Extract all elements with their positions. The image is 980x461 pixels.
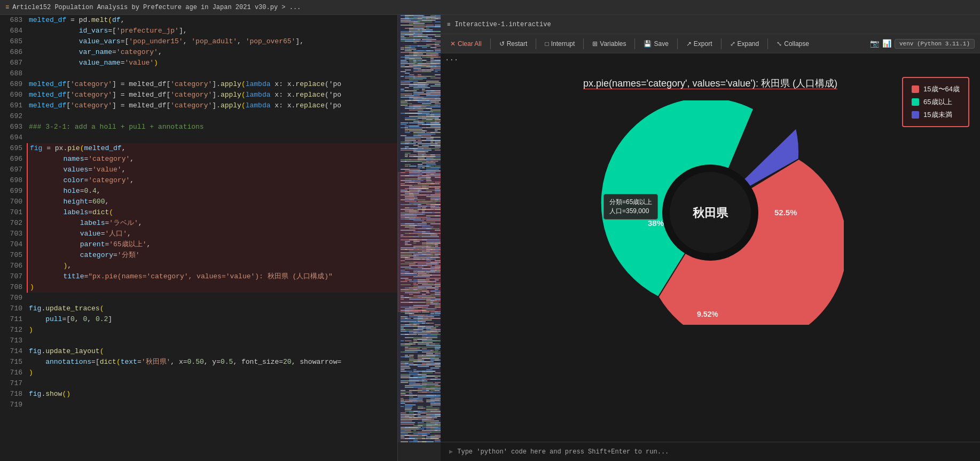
interactive-panel: ≡ Interactive-1.interactive ✕ Clear All …: [441, 15, 980, 461]
collapse-button[interactable]: ⤡ Collapse: [772, 38, 813, 49]
prompt-icon: ▶: [449, 448, 453, 456]
code-line-705: category='分類': [27, 250, 397, 261]
title-bar: ≡ Article152 Population Analysis by Pref…: [0, 0, 980, 15]
code-line-694: [27, 132, 397, 143]
toolbar: ✕ Clear All ↺ Restart □ Interrupt ⊞ Vari…: [441, 34, 980, 53]
clear-all-icon: ✕: [450, 40, 456, 48]
code-line-711: pull=[0, 0, 0.2]: [27, 314, 397, 325]
collapse-icon: ⤡: [777, 40, 782, 48]
separator-6: [721, 38, 722, 49]
chart-container: 52.5% 38% 9.52% 秋田県 分類=65歳以上 人口=359,000: [577, 100, 844, 325]
restart-icon: ↺: [499, 40, 505, 48]
center-text: 秋田県: [692, 206, 728, 220]
code-editor: 6836846856866876886896906916926936946956…: [0, 15, 398, 461]
legend-label-teal: 65歳以上: [923, 97, 952, 107]
main-container: 6836846856866876886896906916926936946956…: [0, 15, 980, 461]
toolbar-right: 📷 📊 venv (Python 3.11.1): [870, 39, 975, 49]
separator-7: [767, 38, 768, 49]
export-icon: ↗: [686, 40, 692, 48]
code-line-693: ### 3-2-1: add a holl + pull + annotatio…: [27, 122, 397, 132]
panel-title: Interactive-1.interactive: [455, 21, 551, 28]
code-line-698: color='category',: [27, 175, 397, 186]
save-icon: 💾: [644, 40, 652, 48]
code-line-690: melted_df['category'] = melted_df['categ…: [27, 90, 397, 100]
legend-label-blue: 15歳未満: [923, 110, 952, 120]
interrupt-button[interactable]: □ Interrupt: [540, 38, 579, 49]
code-line-703: value='人口',: [27, 229, 397, 239]
variables-button[interactable]: ⊞ Variables: [588, 38, 630, 49]
legend-item-teal: 65歳以上: [912, 97, 960, 107]
code-line-712: ): [27, 325, 397, 335]
code-line-688: [27, 68, 397, 79]
chart-legend: 15歳〜64歳 65歳以上 15歳未満: [902, 77, 969, 127]
code-line-696: names='category',: [27, 154, 397, 165]
restart-button[interactable]: ↺ Restart: [495, 38, 532, 49]
chart-area: px.pie(names='category', values='value')…: [441, 66, 980, 442]
separator-1: [490, 38, 491, 49]
code-line-715: annotations=[dict(text='秋田県', x=0.50, y=…: [27, 357, 397, 368]
code-line-707: title="px.pie(names='category', values='…: [27, 271, 397, 282]
panel-header: ≡ Interactive-1.interactive: [441, 15, 980, 34]
code-line-710: fig.update_traces(: [27, 303, 397, 314]
panel-icon: ≡: [447, 21, 451, 28]
separator-2: [536, 38, 536, 49]
separator-5: [677, 38, 678, 49]
camera-icon: 📷: [870, 39, 879, 48]
expand-icon: ⤢: [730, 40, 735, 48]
legend-item-red: 15歳〜64歳: [912, 84, 960, 94]
chart-icon: 📊: [882, 39, 891, 48]
dots-menu[interactable]: ···: [441, 53, 980, 66]
code-line-719: [27, 400, 397, 410]
code-content[interactable]: melted_df = pd.melt(df, id_vars=['prefec…: [27, 15, 397, 461]
code-line-692: [27, 111, 397, 122]
separator-3: [583, 38, 584, 49]
label-red: 52.5%: [774, 208, 797, 217]
save-button[interactable]: 💾 Save: [639, 38, 672, 49]
separator-4: [634, 38, 635, 49]
variables-icon: ⊞: [592, 40, 598, 48]
code-line-704: parent='65歳以上',: [27, 239, 397, 250]
legend-label-red: 15歳〜64歳: [923, 84, 960, 94]
code-line-691: melted_df['category'] = melted_df['categ…: [27, 100, 397, 111]
code-line-684: id_vars=['prefecture_jp'],: [27, 26, 397, 36]
code-line-702: labels='ラベル',: [27, 218, 397, 229]
legend-color-red: [912, 85, 919, 93]
code-line-695: fig = px.pie(melted_df,: [27, 143, 397, 154]
code-line-708: ): [27, 282, 397, 293]
code-line-689: melted_df['category'] = melted_df['categ…: [27, 79, 397, 90]
label-teal: 38%: [648, 218, 664, 228]
code-line-701: labels=dict(: [27, 207, 397, 218]
code-lines: 6836846856866876886896906916926936946956…: [0, 15, 397, 461]
code-line-697: values='value',: [27, 165, 397, 175]
legend-item-blue: 15歳未満: [912, 110, 960, 120]
code-line-713: [27, 335, 397, 346]
line-numbers: 6836846856866876886896906916926936946956…: [0, 15, 27, 461]
interrupt-icon: □: [545, 40, 548, 48]
code-line-718: fig.show(): [27, 389, 397, 400]
label-blue: 9.52%: [697, 310, 718, 318]
file-icon: ≡: [5, 4, 9, 11]
export-button[interactable]: ↗ Export: [682, 38, 717, 49]
legend-color-blue: [912, 111, 919, 119]
bottom-bar: ▶ Type 'python' code here and press Shif…: [441, 442, 980, 461]
legend-color-teal: [912, 98, 919, 106]
expand-button[interactable]: ⤢ Expand: [726, 38, 764, 49]
code-line-717: [27, 378, 397, 389]
title-bar-text: Article152 Population Analysis by Prefec…: [12, 4, 301, 11]
code-line-706: ),: [27, 261, 397, 271]
code-line-687: value_name='value'): [27, 58, 397, 68]
chart-title: px.pie(names='category', values='value')…: [583, 77, 837, 90]
code-line-685: value_vars=['pop_under15', 'pop_adult', …: [27, 36, 397, 47]
minimap: [398, 15, 441, 461]
code-line-714: fig.update_layout(: [27, 346, 397, 357]
venv-badge[interactable]: venv (Python 3.11.1): [895, 39, 975, 49]
code-line-699: hole=0.4,: [27, 186, 397, 197]
code-line-686: var_name='category',: [27, 47, 397, 58]
donut-chart-svg: 52.5% 38% 9.52% 秋田県: [577, 100, 844, 325]
code-line-709: [27, 293, 397, 303]
clear-all-button[interactable]: ✕ Clear All: [446, 38, 486, 49]
code-line-700: height=600,: [27, 197, 397, 207]
bottom-hint: Type 'python' code here and press Shift+…: [457, 448, 669, 456]
code-line-683: melted_df = pd.melt(df,: [27, 15, 397, 26]
code-line-716: ): [27, 368, 397, 378]
